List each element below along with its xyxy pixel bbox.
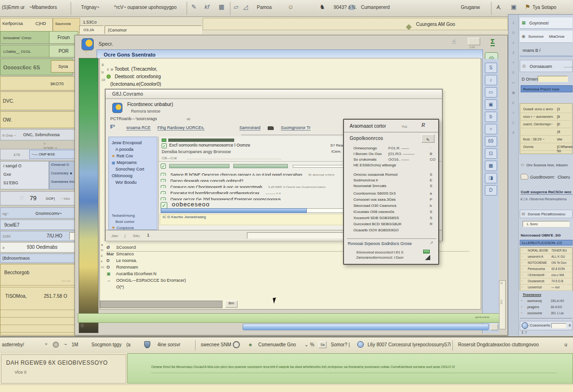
list-item[interactable]: OW. [0,111,76,128]
nav-item[interactable]: Jesw Encopood [109,139,157,146]
hand-icon[interactable]: ☝ [452,38,456,45]
globe-icon[interactable] [357,341,364,348]
pen-icon[interactable]: kf [205,3,209,10]
help-icon[interactable]: ‖ ? [522,330,527,335]
menu-item[interactable]: Pamoa [257,5,272,10]
form-row[interactable]: rzoo r ~ auroworen. [8 [521,113,571,121]
taskbar-item[interactable]: swecnee SNM [201,342,231,347]
menu-item[interactable]: Trignay~ [81,5,99,10]
table-row[interactable]: ▫ Pemozcoma 92.8 EON [520,266,572,272]
nav-item[interactable]: A poooda [109,146,157,153]
form-row[interactable]: ooenl, Oentorrepr~ [E [521,121,571,128]
taskbar-item[interactable]: 1M [72,342,78,347]
outline-item[interactable]: ▣ Aucartba tScorheer.N [106,271,474,278]
tool-button[interactable]: ◨ [485,173,497,183]
list-item[interactable]: 9KO70 [0,76,76,90]
box-icon[interactable]: ▣ [511,3,516,10]
nav-item[interactable]: Wor Boodu [109,179,157,186]
resize-corner-icon[interactable] [425,255,430,260]
field-value[interactable]: C)HD [35,21,46,26]
dialog-tab[interactable]: sroama RCE [126,125,151,131]
menu-item[interactable]: (S)Emm ur [2,5,25,10]
panel-item[interactable]: ▤ Dorooe Plcrattrzooecu [520,210,573,218]
arrow-ne-icon[interactable]: ↗ [430,240,434,245]
grid-icon[interactable]: ▦ [219,3,224,10]
tool-button[interactable]: b [485,112,497,122]
list-item[interactable]: 9cwlE7 [0,220,77,230]
tool-button[interactable]: ▩ [485,161,497,171]
table-row[interactable]: ▪ peagens £6 A EG [520,304,573,310]
panel-link[interactable]: Codt souperca RaCSOe wee [521,190,573,195]
pencil-icon[interactable]: ✎ [191,3,196,10]
table-row[interactable]: ▫ Leoverrszi — eur [520,285,572,291]
option-item[interactable]: Gxe [3,172,49,180]
horizontal-scrollbar-thumb[interactable] [243,324,489,330]
form-row[interactable]: Oonns [C9Ranes 5ö [521,143,571,151]
menu-item[interactable]: Cumanpererd [361,5,390,10]
list-item[interactable]: a 930 Oedimabs [0,242,77,253]
table-row[interactable]: ▫ uesororin A ALL K GU [520,254,572,260]
selected-row[interactable]: Romcnoa PrecO noor [521,85,573,92]
outline-item[interactable]: O(*) [106,285,474,291]
form-row[interactable]: (8 [521,128,571,136]
taskbar-item[interactable]: Somor? | [331,342,350,347]
outline-item[interactable]: → OOnGIL—ESRsOCCE So Erorracer) [106,278,474,285]
text-input[interactable]: (Cenomor [105,25,202,34]
panel-item[interactable]: ◉ Sunoroor MtaOnoe [520,31,573,43]
dialog-tab[interactable]: Fthg Ranbowy UORCEs, [157,125,205,131]
tool-button[interactable]: ⊡ [485,148,497,159]
panel-item[interactable]: Guodtrovorn: Cloeru [520,172,573,185]
bird-icon[interactable]: ♞ [319,3,325,10]
nav-item[interactable]: Sonochwy Cort [109,166,157,172]
panel-subitem[interactable]: L Soro [523,221,570,227]
tool-button[interactable]: 69 [485,136,497,147]
tool-button[interactable]: ▣ [485,99,497,110]
menu-item[interactable]: ^rcV~ ouparsoe upohosgygpo [114,5,177,10]
table-row[interactable]: ▫ NORAL.IEIOIE TEHER BU [520,248,572,254]
record-icon[interactable] [233,341,240,348]
list-item[interactable]: DVC. [0,91,76,110]
taskbar-item[interactable]: Rosersit Dngdcateaxcloo ctuttongovoo [458,342,539,347]
tool-button[interactable]: ○ [485,124,497,134]
taskbar-item[interactable]: Socgmon tggy [91,342,122,347]
panel-item[interactable]: ◎ Ooroaauam ——— [520,60,573,72]
table-row[interactable]: ▫ NOTOOIENIE ON Te Dun [520,260,572,266]
table-row[interactable]: ▪ ocuvovone 301 1 Lia [520,310,573,317]
search-input[interactable] [551,323,566,328]
value-box[interactable]: ~— OMF⊕SE [29,150,76,159]
panel-item[interactable]: ▭ Orv Soonos hror, Intoorn [520,162,573,170]
option-item[interactable]: Goenwexes Inrououe [51,180,77,188]
edit-button[interactable]: ✎ [421,134,434,143]
menu-item[interactable]: Tya Sotapo [532,5,557,10]
triangle-icon[interactable]: ◿ [243,3,248,10]
taskbar-item[interactable]: Csmenuwdte Gno [258,342,296,347]
form-row[interactable]: Ooas¢ ocno c anro [3 [521,106,571,113]
tool-icon[interactable]: F° [110,124,115,130]
taskbar-button[interactable]: Sa [319,341,327,348]
table-row[interactable]: ▫ Ouosesercb 74.5 D.B [520,278,572,285]
menu-item[interactable]: Gruganw [461,5,480,10]
sigma-icon[interactable]: Σ [491,37,495,46]
tool-button[interactable]: ▭ [485,87,497,98]
nav-footer-item[interactable]: Bost comor [109,219,158,225]
scroll-badge[interactable]: Bm [225,301,237,308]
nav-item[interactable]: Oblonooog [109,172,157,179]
list-item[interactable]: (Bdnosxrtnaos [0,253,77,263]
panel-item[interactable]: nnans B / [520,46,573,57]
tool-button[interactable]: S [485,63,497,73]
list-item[interactable]: og~ Gnomncomv~ [0,207,77,219]
scroll-end-button[interactable] [491,324,498,330]
text-input[interactable] [538,76,568,82]
value-box[interactable]: O3.2A [79,25,104,34]
nav-footer-item[interactable]: Tedoedrmong [109,212,158,219]
menu-item[interactable]: ~Mbamedors [29,5,57,10]
taskbar-item[interactable]: L6y 8007 Corcessrut Iyrepoclossurry [368,342,444,347]
stamp-icon[interactable] [468,38,480,45]
list-item[interactable]: 1160 7/U.HO [0,231,77,241]
selected-title-row[interactable]: ILLLEREOTLICIOSON .CO [520,240,573,245]
dialog-tab[interactable]: Suomgrooror Tr [281,125,311,131]
design-preview-thumbnail[interactable] [79,58,98,333]
dialog-tab[interactable]: Samroirard [239,125,261,131]
option-item[interactable]: i sangd O [3,163,49,172]
menu-item[interactable]: A, [497,5,501,10]
